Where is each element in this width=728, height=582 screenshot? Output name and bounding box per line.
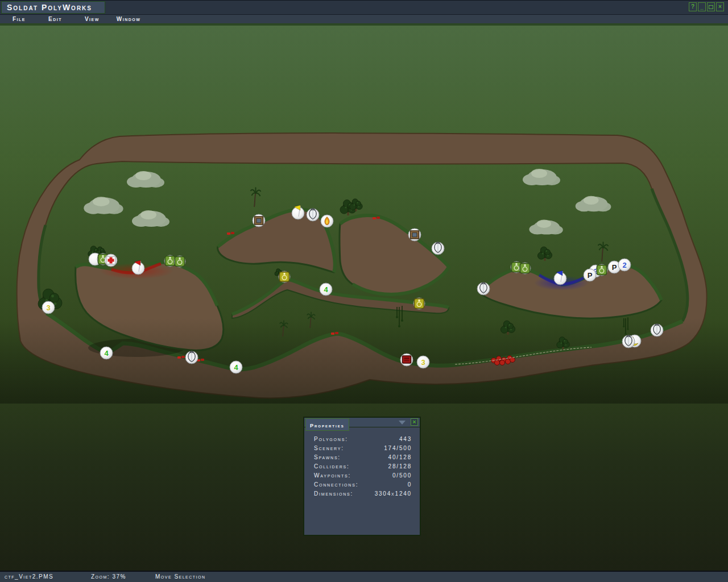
cloud-scenery[interactable] — [132, 210, 169, 227]
red-barrel-scenery[interactable] — [495, 360, 500, 365]
marker-flag[interactable] — [554, 271, 566, 285]
marker-grenade[interactable] — [174, 256, 185, 267]
cloud-scenery[interactable] — [127, 171, 164, 188]
property-row-connections: Connections: 0 — [304, 481, 420, 490]
cloud-scenery[interactable] — [523, 169, 560, 185]
menu-item-window[interactable]: Window — [117, 16, 141, 22]
marker-letter[interactable]: P — [584, 269, 596, 281]
property-label: Scenery: — [314, 445, 344, 451]
properties-panel: Properties × Polygons: 443 Scenery: 174/… — [303, 417, 421, 536]
property-value: 0/500 — [392, 472, 412, 479]
marker-redbox[interactable] — [400, 354, 413, 366]
properties-title: Properties — [310, 423, 345, 429]
properties-rows: Polygons: 443 Scenery: 174/500 Spawns: 4… — [304, 427, 420, 499]
property-row-spawns: Spawns: 40/128 — [304, 454, 420, 463]
marker-grenade_y[interactable] — [413, 298, 425, 309]
bush-tree-scenery[interactable] — [537, 247, 552, 261]
app-title-box: Soldat PolyWorks — [1, 1, 105, 14]
svg-text:2: 2 — [622, 261, 626, 269]
property-label: Polygons: — [314, 436, 348, 442]
palm-tree-scenery[interactable] — [251, 188, 261, 207]
property-row-scenery: Scenery: 174/500 — [304, 444, 420, 454]
property-label: Dimensions: — [314, 490, 353, 497]
svg-text:P: P — [612, 263, 617, 272]
svg-text:3: 3 — [46, 304, 50, 312]
marker-flag[interactable] — [132, 260, 144, 275]
svg-text:4: 4 — [324, 285, 328, 294]
marker-vest[interactable] — [651, 324, 663, 336]
marker-crate[interactable] — [253, 214, 265, 227]
marker-grenade_y[interactable] — [279, 271, 290, 282]
marker-number[interactable]: 4 — [320, 283, 332, 296]
svg-text:4: 4 — [234, 363, 238, 372]
cloud-scenery[interactable] — [529, 220, 562, 235]
property-value: 174/500 — [384, 445, 412, 451]
property-value: 3304x1240 — [375, 490, 412, 497]
palm-tree-scenery[interactable] — [598, 242, 609, 261]
marker-number[interactable]: 4 — [230, 361, 242, 373]
marker-vest[interactable] — [307, 209, 319, 221]
property-value: 443 — [399, 436, 412, 442]
marker-number[interactable]: 3 — [417, 356, 429, 368]
red-barrel-scenery[interactable] — [500, 360, 505, 365]
chevron-down-icon[interactable] — [399, 421, 406, 425]
restore-icon — [709, 5, 713, 9]
restore-button[interactable] — [707, 2, 715, 11]
marker-flame[interactable] — [321, 215, 333, 227]
marker-vest[interactable] — [622, 335, 635, 348]
status-filename: ctf_Viet2.PMS — [5, 573, 53, 580]
depth-fade — [0, 318, 728, 404]
property-label: Colliders: — [314, 463, 350, 469]
marker-grenade[interactable] — [596, 264, 607, 276]
marker-number[interactable]: 4 — [100, 347, 113, 359]
properties-title-box: Properties — [305, 418, 349, 431]
marker-number[interactable]: 3 — [42, 301, 55, 314]
marker-vest[interactable] — [477, 282, 490, 295]
property-row-polygons: Polygons: 443 — [304, 435, 420, 444]
marker-vest[interactable] — [185, 351, 198, 364]
property-label: Connections: — [314, 481, 358, 488]
svg-text:3: 3 — [421, 358, 425, 367]
minimize-button[interactable]: _ — [698, 2, 706, 11]
svg-text:4: 4 — [104, 349, 109, 357]
title-bar[interactable]: Soldat PolyWorks ? _ × — [0, 0, 728, 14]
marker-grenade[interactable] — [519, 263, 531, 274]
app-title: Soldat PolyWorks — [2, 3, 92, 12]
svg-text:P: P — [588, 271, 593, 280]
marker-vest[interactable] — [432, 242, 444, 255]
close-icon: × — [412, 419, 416, 425]
marker-number[interactable]: 2 — [618, 259, 631, 271]
bush-tree-scenery[interactable] — [350, 199, 362, 211]
property-value: 40/128 — [388, 454, 412, 460]
cloud-scenery[interactable] — [576, 196, 611, 212]
property-value: 28/128 — [388, 463, 412, 469]
marker-flag[interactable] — [292, 205, 304, 219]
menu-item-file[interactable]: File — [13, 16, 26, 22]
close-button[interactable]: × — [716, 2, 724, 11]
minimize-icon: _ — [700, 4, 704, 10]
menu-item-edit[interactable]: Edit — [48, 16, 62, 22]
menu-bar: File Edit View Window — [0, 14, 728, 23]
property-value: 0 — [408, 481, 412, 488]
property-row-colliders: Colliders: 28/128 — [304, 463, 420, 472]
property-label: Waypoints: — [314, 472, 351, 479]
app-window: { "window": { "title": "Soldat PolyWorks… — [0, 0, 728, 582]
help-icon: ? — [691, 4, 694, 10]
panel-close-button[interactable]: × — [411, 418, 418, 426]
status-bar: ctf_Viet2.PMS Zoom: 37% Move Selection — [0, 571, 728, 582]
close-icon: × — [718, 4, 722, 10]
marker-crate[interactable] — [408, 228, 421, 241]
help-button[interactable]: ? — [689, 2, 697, 11]
status-zoom: Zoom: 37% — [91, 573, 126, 580]
status-tool: Move Selection — [155, 573, 206, 580]
marker-medkit[interactable] — [105, 254, 117, 267]
property-row-waypoints: Waypoints: 0/500 — [304, 472, 420, 481]
property-row-dimensions: Dimensions: 3304x1240 — [304, 490, 420, 499]
menu-item-view[interactable]: View — [85, 16, 100, 22]
property-label: Spawns: — [314, 454, 341, 460]
properties-panel-titlebar[interactable]: Properties × — [304, 418, 420, 427]
cloud-scenery[interactable] — [84, 197, 123, 214]
